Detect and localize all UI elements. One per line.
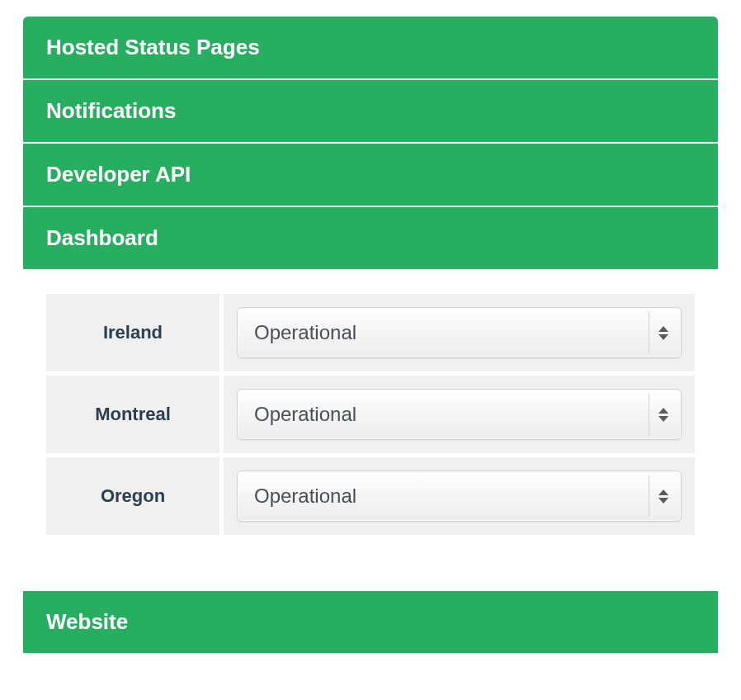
section-label: Hosted Status Pages: [46, 35, 260, 59]
section-developer-api[interactable]: Developer API: [23, 144, 718, 207]
region-name: Ireland: [103, 322, 163, 343]
status-select-oregon[interactable]: Operational: [237, 471, 682, 522]
region-status-cell: Operational: [224, 376, 695, 453]
status-value: Operational: [254, 403, 356, 426]
spacer: [23, 543, 718, 591]
section-label: Website: [46, 609, 128, 634]
region-status-grid: Ireland Operational Montreal: [46, 294, 695, 535]
region-label-cell: Oregon: [46, 457, 219, 535]
dashboard-panel: Ireland Operational Montreal: [23, 271, 718, 543]
region-name: Montreal: [95, 404, 171, 425]
status-select-ireland[interactable]: Operational: [237, 307, 682, 358]
section-website[interactable]: Website: [23, 591, 718, 653]
section-label: Developer API: [46, 162, 191, 187]
region-label-cell: Ireland: [46, 294, 219, 371]
region-status-cell: Operational: [224, 457, 695, 535]
section-label: Notifications: [46, 98, 176, 123]
status-value: Operational: [254, 321, 356, 344]
section-label: Dashboard: [46, 225, 158, 250]
status-sections: Hosted Status Pages Notifications Develo…: [23, 17, 718, 543]
section-notifications[interactable]: Notifications: [23, 80, 718, 144]
region-name: Oregon: [101, 485, 165, 507]
status-select-montreal[interactable]: Operational: [237, 389, 682, 440]
region-label-cell: Montreal: [46, 376, 219, 453]
section-dashboard[interactable]: Dashboard: [23, 207, 718, 271]
section-hosted-status-pages[interactable]: Hosted Status Pages: [23, 17, 718, 80]
status-value: Operational: [254, 485, 356, 508]
region-status-cell: Operational: [224, 294, 695, 371]
